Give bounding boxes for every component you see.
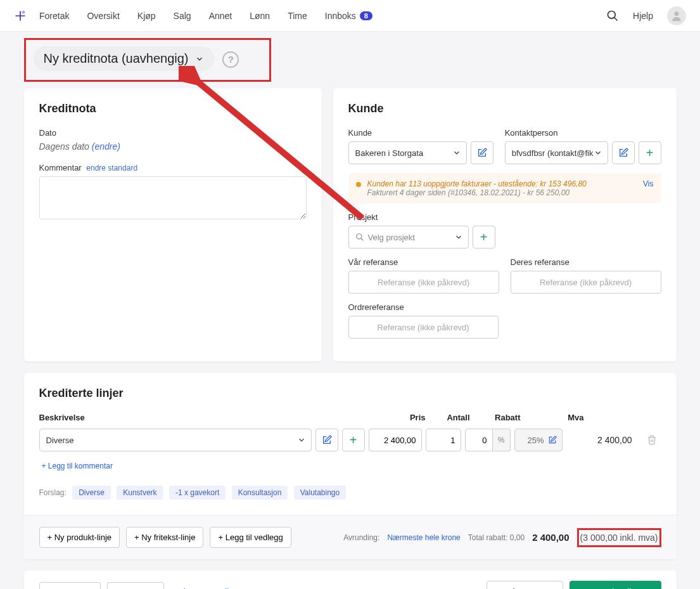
warning-show-link[interactable]: Vis xyxy=(643,179,653,197)
kunde-label: Kunde xyxy=(348,128,493,138)
svg-point-1 xyxy=(608,11,616,18)
suggestion-item[interactable]: Diverse xyxy=(72,486,111,500)
lines-header: Beskrivelse Pris Antall Rabatt Mva xyxy=(39,413,661,422)
search-icon[interactable] xyxy=(606,10,619,22)
svg-point-5 xyxy=(356,234,361,239)
suggestion-item[interactable]: Valutabingo xyxy=(294,486,347,500)
help-icon[interactable]: ? xyxy=(222,51,239,68)
total-inc-vat: (3 000,00 inkl. mva) xyxy=(580,533,658,543)
preview-button[interactable]: Forhåndsvisning xyxy=(487,581,563,589)
top-nav: Foretak Oversikt Kjøp Salg Annet Lønn Ti… xyxy=(0,0,700,32)
invoice-overview-link[interactable]: Fakturaoversikten xyxy=(170,582,246,589)
kreditnota-title: Kreditnota xyxy=(39,102,307,115)
new-freetext-line-button[interactable]: + Ny fritekst-linje xyxy=(126,527,203,548)
prosjekt-add-button[interactable]: + xyxy=(473,226,495,249)
kunde-select[interactable]: Bakeren i Storgata xyxy=(348,141,467,164)
chevron-down-icon xyxy=(454,233,463,242)
nav-oversikt[interactable]: Oversikt xyxy=(87,11,119,21)
kontakt-add-button[interactable]: + xyxy=(639,141,661,164)
nav-annet[interactable]: Annet xyxy=(209,11,232,21)
line-vat-select[interactable]: 25% xyxy=(514,429,563,451)
title-highlight: Ny kreditnota (uavhengig) ? xyxy=(24,38,271,82)
kunde-card: Kunde Kunde Bakeren i Storgata xyxy=(333,88,677,361)
date-change-link[interactable]: (endre) xyxy=(92,141,120,152)
save-draft-button[interactable]: Lagre utkast xyxy=(39,582,101,590)
prosjekt-label: Prosjekt xyxy=(348,212,495,222)
deres-ref-input[interactable] xyxy=(511,271,661,294)
edit-icon xyxy=(548,436,557,444)
nav-innboks-label: Innboks xyxy=(325,11,356,21)
nav-lonn[interactable]: Lønn xyxy=(250,11,270,21)
var-ref-label: Vår referanse xyxy=(348,257,499,267)
lines-card: Krediterte linjer Beskrivelse Pris Antal… xyxy=(24,373,677,559)
nav-kjop[interactable]: Kjøp xyxy=(137,11,156,21)
rounding-link[interactable]: Nærmeste hele krone xyxy=(387,533,460,542)
kontakt-select[interactable]: bfvsdfbsr (kontakt@fik xyxy=(505,141,608,164)
page-title-dropdown[interactable]: Ny kreditnota (uavhengig) xyxy=(34,46,214,71)
create-creditnote-button[interactable]: Opprett kreditnota xyxy=(570,581,661,589)
kreditnota-card: Kreditnota Dato Dagens dato (endre) Komm… xyxy=(24,88,322,361)
percent-label: % xyxy=(493,429,511,451)
avatar[interactable] xyxy=(667,6,686,25)
line-price-input[interactable] xyxy=(369,429,422,451)
bottom-bar: Lagre utkast Slett utkast Fakturaoversik… xyxy=(24,571,677,589)
date-label: Dato xyxy=(39,128,307,138)
warning-title: Kunden har 113 uoppgjorte fakturaer - ut… xyxy=(367,179,637,188)
line-desc-select[interactable]: Diverse xyxy=(39,429,312,451)
svg-point-3 xyxy=(675,11,679,16)
chevron-down-icon xyxy=(594,148,602,157)
date-display: Dagens dato (endre) xyxy=(39,141,307,152)
kontakt-label: Kontaktperson xyxy=(505,128,661,138)
delete-draft-button[interactable]: Slett utkast xyxy=(107,582,164,590)
page-title-text: Ny kreditnota (uavhengig) xyxy=(44,51,189,66)
svg-line-2 xyxy=(614,17,618,20)
line-disc-input[interactable] xyxy=(465,429,493,451)
chevron-down-icon xyxy=(452,148,461,157)
total-inc-highlight: (3 000,00 inkl. mva) xyxy=(577,528,661,547)
line-desc-edit-button[interactable] xyxy=(315,429,338,451)
ordre-ref-label: Ordrereferanse xyxy=(348,302,499,312)
add-comment-link[interactable]: + Legg til kommentar xyxy=(42,462,113,470)
line-total: 2 400,00 xyxy=(566,435,639,445)
new-product-line-button[interactable]: + Ny produkt-linje xyxy=(39,527,120,548)
kunde-edit-button[interactable] xyxy=(471,141,493,164)
line-delete-button[interactable] xyxy=(642,430,661,450)
suggestion-item[interactable]: Konsultasjon xyxy=(232,486,288,500)
search-icon xyxy=(355,233,364,242)
kontakt-edit-button[interactable] xyxy=(612,141,635,164)
warning-sub: Fakturert 4 dager siden (#10346, 18.02.2… xyxy=(367,188,570,197)
inbox-badge: 8 xyxy=(360,11,372,20)
lines-title: Krediterte linjer xyxy=(39,387,661,400)
nav-foretak[interactable]: Foretak xyxy=(39,11,69,21)
nav-innboks[interactable]: Innboks 8 xyxy=(325,11,372,21)
comment-change-link[interactable]: endre standard xyxy=(86,164,137,172)
nav-help[interactable]: Hjelp xyxy=(633,11,653,21)
svg-line-6 xyxy=(360,238,363,241)
lines-footer: + Ny produkt-linje + Ny fritekst-linje +… xyxy=(24,515,677,559)
chevron-down-icon xyxy=(195,55,204,63)
line-desc-add-button[interactable]: + xyxy=(342,429,365,451)
svg-point-0 xyxy=(22,10,25,13)
suggestion-item[interactable]: Kunstverk xyxy=(117,486,163,500)
nav-salg[interactable]: Salg xyxy=(174,11,191,21)
trash-icon xyxy=(647,435,657,445)
deres-ref-label: Deres referanse xyxy=(511,257,661,267)
suggestion-item[interactable]: -1 x gavekort xyxy=(169,486,226,500)
kunde-title: Kunde xyxy=(348,102,661,115)
nav-time[interactable]: Time xyxy=(288,11,307,21)
prosjekt-select[interactable]: Velg prosjekt xyxy=(348,226,469,249)
comment-textarea[interactable] xyxy=(39,176,307,219)
warning-dot-icon xyxy=(356,182,361,187)
comment-label: Kommentar endre standard xyxy=(39,163,307,172)
total-ex-vat: 2 400,00 xyxy=(532,532,569,543)
line-qty-input[interactable] xyxy=(426,429,461,451)
logo-icon xyxy=(14,10,27,22)
add-attachment-button[interactable]: + Legg til vedlegg xyxy=(210,527,291,548)
customer-warning: Kunden har 113 uoppgjorte fakturaer - ut… xyxy=(348,173,661,204)
chevron-down-icon xyxy=(297,436,306,444)
ordre-ref-input[interactable] xyxy=(348,316,499,339)
suggestions: Forslag: Diverse Kunstverk -1 x gavekort… xyxy=(39,486,661,500)
var-ref-input[interactable] xyxy=(348,271,499,294)
line-row: Diverse + % 25% 2 400,00 xyxy=(39,429,661,451)
